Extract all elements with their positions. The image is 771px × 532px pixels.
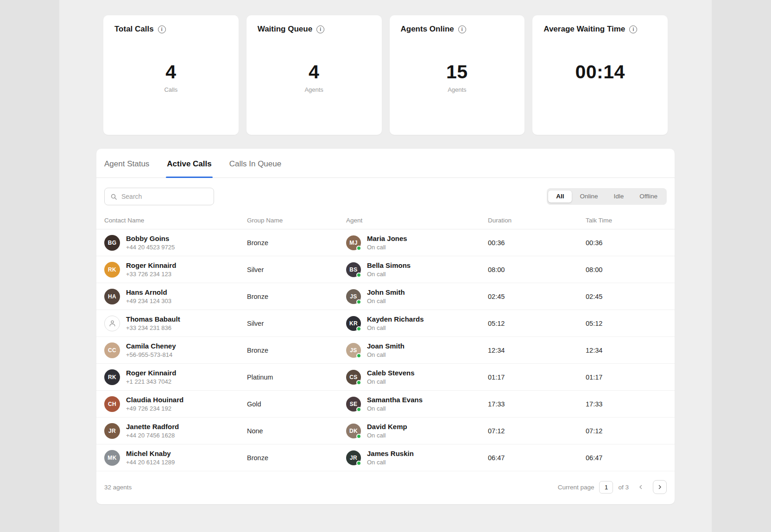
next-page-button[interactable] bbox=[653, 480, 667, 494]
agent-avatar: KR bbox=[346, 316, 361, 331]
contact-name: Michel Knaby bbox=[126, 450, 175, 457]
stat-value: 4 bbox=[309, 61, 319, 83]
online-status-dot bbox=[356, 461, 361, 466]
filter-online[interactable]: Online bbox=[572, 190, 606, 203]
table-footer: 32 agents Current page of 3 bbox=[96, 471, 675, 504]
contact-avatar bbox=[104, 316, 120, 331]
tab-active-calls[interactable]: Active Calls bbox=[167, 149, 211, 177]
stat-card-waiting-queue: Waiting Queue i 4 Agents bbox=[246, 15, 382, 135]
agent-status: On call bbox=[367, 271, 411, 278]
search-box[interactable] bbox=[104, 188, 214, 205]
search-input[interactable] bbox=[121, 193, 208, 200]
talk-time: 06:47 bbox=[586, 454, 667, 462]
group-name: Bronze bbox=[247, 454, 346, 462]
app-background: Total Calls i 4 Calls Waiting Queue i 4 … bbox=[59, 0, 712, 532]
contact-phone: +44 20 4523 9725 bbox=[126, 244, 175, 251]
table-row[interactable]: JR Janette Radford +44 20 7456 1628 None… bbox=[96, 418, 675, 444]
tab-agent-status[interactable]: Agent Status bbox=[104, 149, 149, 177]
stat-unit: Calls bbox=[164, 86, 177, 93]
contact-cell: HA Hans Arnold +49 234 124 303 bbox=[104, 288, 247, 304]
table-row[interactable]: HA Hans Arnold +49 234 124 303 Bronze JS… bbox=[96, 283, 675, 310]
duration: 02:45 bbox=[488, 293, 586, 300]
contact-cell: CC Camila Cheney +56-955-573-814 bbox=[104, 342, 247, 358]
agent-status: On call bbox=[367, 405, 423, 412]
stat-unit: Agents bbox=[304, 86, 323, 93]
agent-cell: CS Caleb Stevens On call bbox=[346, 369, 488, 385]
contact-name: Janette Radford bbox=[126, 423, 179, 431]
group-name: Silver bbox=[247, 320, 346, 327]
filter-offline[interactable]: Offline bbox=[632, 190, 665, 203]
table-row[interactable]: BG Bobby Goins +44 20 4523 9725 Bronze M… bbox=[96, 229, 675, 256]
agent-avatar: SE bbox=[346, 397, 361, 412]
previous-page-button[interactable] bbox=[634, 480, 648, 494]
contact-name: Hans Arnold bbox=[126, 288, 171, 296]
contact-cell: BG Bobby Goins +44 20 4523 9725 bbox=[104, 234, 247, 251]
contact-avatar: JR bbox=[104, 423, 120, 439]
agent-cell: KR Kayden Richards On call bbox=[346, 315, 488, 331]
contact-cell: Thomas Babault +33 234 231 836 bbox=[104, 315, 247, 331]
duration: 00:36 bbox=[488, 239, 586, 247]
group-name: None bbox=[247, 427, 346, 435]
tab-calls-in-queue[interactable]: Calls In Queue bbox=[229, 149, 281, 177]
chevron-left-icon bbox=[638, 484, 644, 490]
filter-all[interactable]: All bbox=[548, 190, 572, 203]
agent-avatar: CS bbox=[346, 370, 361, 385]
chevron-right-icon bbox=[657, 484, 663, 490]
page-number-input[interactable] bbox=[599, 481, 613, 494]
total-pages-label: of 3 bbox=[618, 484, 629, 491]
talk-time: 01:17 bbox=[586, 374, 667, 381]
agent-status: On call bbox=[367, 351, 404, 358]
agent-cell: MJ Maria Jones On call bbox=[346, 234, 488, 251]
duration: 12:34 bbox=[488, 347, 586, 354]
dashboard-page: Total Calls i 4 Calls Waiting Queue i 4 … bbox=[96, 15, 675, 504]
table-row[interactable]: CC Camila Cheney +56-955-573-814 Bronze … bbox=[96, 337, 675, 364]
agent-cell: JS John Smith On call bbox=[346, 288, 488, 304]
online-status-dot bbox=[356, 353, 361, 358]
agent-status: On call bbox=[367, 244, 407, 251]
table-header: Contact Name Group Name Agent Duration T… bbox=[96, 214, 675, 229]
column-header-duration: Duration bbox=[488, 217, 586, 224]
agent-name: David Kemp bbox=[367, 423, 407, 431]
table-row[interactable]: RK Roger Kinnaird +33 726 234 123 Silver… bbox=[96, 256, 675, 283]
toolbar: All Online Idle Offline bbox=[96, 178, 675, 214]
talk-time: 02:45 bbox=[586, 293, 667, 300]
contact-avatar: RK bbox=[104, 369, 120, 385]
filter-idle[interactable]: Idle bbox=[606, 190, 632, 203]
tab-bar: Agent Status Active Calls Calls In Queue bbox=[96, 149, 675, 178]
agent-name: Bella Simons bbox=[367, 261, 411, 269]
contact-avatar: BG bbox=[104, 235, 120, 251]
contact-name: Thomas Babault bbox=[126, 315, 180, 323]
stat-unit: Agents bbox=[448, 86, 466, 93]
table-row[interactable]: CH Claudia Houinard +49 726 234 192 Gold… bbox=[96, 391, 675, 418]
online-status-dot bbox=[356, 326, 361, 331]
column-header-group-name: Group Name bbox=[247, 217, 346, 224]
talk-time: 05:12 bbox=[586, 320, 667, 327]
contact-name: Roger Kinnaird bbox=[126, 261, 176, 269]
online-status-dot bbox=[356, 299, 361, 304]
agent-name: Joan Smith bbox=[367, 342, 404, 350]
contact-avatar: CH bbox=[104, 396, 120, 412]
contact-cell: RK Roger Kinnaird +33 726 234 123 bbox=[104, 261, 247, 278]
stat-card-total-calls: Total Calls i 4 Calls bbox=[103, 15, 239, 135]
table-row[interactable]: Thomas Babault +33 234 231 836 Silver KR… bbox=[96, 310, 675, 337]
online-status-dot bbox=[356, 272, 361, 278]
talk-time: 12:34 bbox=[586, 347, 667, 354]
table-row[interactable]: MK Michel Knaby +44 20 6124 1289 Bronze … bbox=[96, 444, 675, 471]
stat-card-agents-online: Agents Online i 15 Agents bbox=[390, 15, 525, 135]
stat-value: 00:14 bbox=[575, 61, 625, 83]
search-icon bbox=[110, 193, 117, 200]
duration: 05:12 bbox=[488, 320, 586, 327]
talk-time: 17:33 bbox=[586, 400, 667, 408]
agent-name: Caleb Stevens bbox=[367, 369, 415, 377]
contact-avatar: MK bbox=[104, 450, 120, 466]
agent-name: James Ruskin bbox=[367, 450, 414, 457]
table-row[interactable]: RK Roger Kinnaird +1 221 343 7042 Platin… bbox=[96, 364, 675, 391]
duration: 08:00 bbox=[488, 266, 586, 273]
agents-panel: Agent Status Active Calls Calls In Queue… bbox=[96, 149, 675, 504]
table-body: BG Bobby Goins +44 20 4523 9725 Bronze M… bbox=[96, 229, 675, 471]
contact-cell: RK Roger Kinnaird +1 221 343 7042 bbox=[104, 369, 247, 385]
stat-value: 15 bbox=[446, 61, 468, 83]
contact-cell: MK Michel Knaby +44 20 6124 1289 bbox=[104, 450, 247, 466]
column-header-agent: Agent bbox=[346, 217, 488, 224]
group-name: Silver bbox=[247, 266, 346, 273]
